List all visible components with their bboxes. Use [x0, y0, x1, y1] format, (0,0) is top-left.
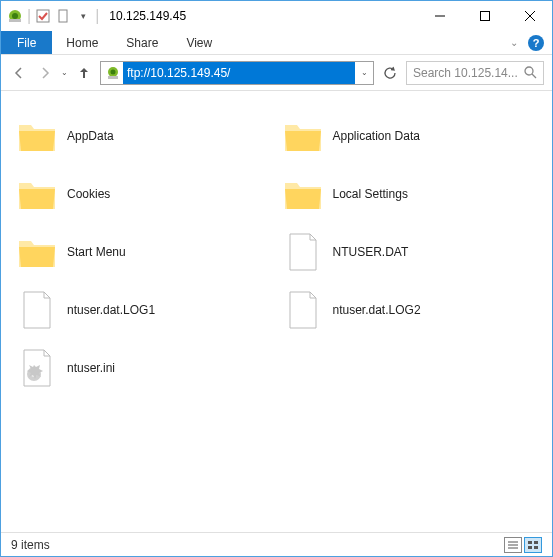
item-label: ntuser.ini — [67, 361, 115, 375]
maximize-button[interactable] — [462, 1, 507, 31]
ftp-site-icon — [103, 63, 123, 83]
file-icon — [17, 290, 57, 330]
statusbar: 9 items — [1, 532, 552, 556]
ini-icon — [17, 348, 57, 388]
qat-divider: | — [95, 7, 99, 25]
svg-rect-4 — [59, 10, 67, 22]
item-label: AppData — [67, 129, 114, 143]
close-button[interactable] — [507, 1, 552, 31]
svg-rect-3 — [37, 10, 49, 22]
svg-rect-20 — [534, 541, 538, 544]
item-label: Cookies — [67, 187, 110, 201]
list-item[interactable]: Application Data — [283, 107, 543, 165]
back-button[interactable] — [9, 63, 29, 83]
tab-file[interactable]: File — [1, 31, 52, 54]
item-label: ntuser.dat.LOG2 — [333, 303, 421, 317]
quick-access-toolbar: | ▾ | 10.125.149.45 — [1, 7, 186, 25]
folder-icon — [283, 116, 323, 156]
list-item[interactable]: ntuser.dat.LOG2 — [283, 281, 543, 339]
list-item[interactable]: Cookies — [17, 165, 277, 223]
app-icon — [7, 8, 23, 24]
item-label: NTUSER.DAT — [333, 245, 409, 259]
tab-share[interactable]: Share — [112, 31, 172, 54]
view-switcher — [504, 537, 542, 553]
file-list[interactable]: AppDataApplication DataCookiesLocal Sett… — [1, 91, 552, 532]
status-count: 9 items — [11, 538, 50, 552]
navbar: ⌄ ftp://10.125.149.45/ ⌄ Search 10.125.1… — [1, 55, 552, 91]
svg-point-10 — [111, 69, 116, 74]
minimize-button[interactable] — [417, 1, 462, 31]
file-icon — [283, 290, 323, 330]
folder-icon — [17, 174, 57, 214]
window-controls — [417, 1, 552, 31]
search-input[interactable]: Search 10.125.14... — [413, 66, 524, 80]
address-dropdown-icon[interactable]: ⌄ — [355, 68, 373, 77]
document-icon[interactable] — [55, 8, 71, 24]
list-item[interactable]: ntuser.dat.LOG1 — [17, 281, 277, 339]
view-icons-button[interactable] — [524, 537, 542, 553]
svg-point-1 — [12, 13, 18, 19]
address-input[interactable]: ftp://10.125.149.45/ — [123, 62, 355, 84]
item-label: ntuser.dat.LOG1 — [67, 303, 155, 317]
search-icon — [524, 66, 537, 79]
ribbon: File Home Share View ⌄ ? — [1, 31, 552, 55]
list-item[interactable]: AppData — [17, 107, 277, 165]
up-button[interactable] — [74, 63, 94, 83]
forward-button[interactable] — [35, 63, 55, 83]
tab-home[interactable]: Home — [52, 31, 112, 54]
item-label: Application Data — [333, 129, 420, 143]
file-icon — [283, 232, 323, 272]
folder-icon — [17, 116, 57, 156]
window-title: 10.125.149.45 — [109, 9, 186, 23]
svg-rect-2 — [9, 19, 21, 22]
folder-icon — [283, 174, 323, 214]
list-item[interactable]: Local Settings — [283, 165, 543, 223]
item-label: Start Menu — [67, 245, 126, 259]
qat-dropdown-icon[interactable]: ▾ — [75, 8, 91, 24]
address-bar[interactable]: ftp://10.125.149.45/ ⌄ — [100, 61, 374, 85]
svg-line-13 — [532, 74, 536, 78]
item-label: Local Settings — [333, 187, 408, 201]
svg-rect-22 — [534, 546, 538, 549]
chevron-down-icon[interactable]: ⌄ — [510, 37, 518, 48]
list-item[interactable]: Start Menu — [17, 223, 277, 281]
qat-divider: | — [27, 7, 31, 25]
list-item[interactable]: ntuser.ini — [17, 339, 277, 397]
ribbon-right: ⌄ ? — [510, 31, 552, 54]
help-icon[interactable]: ? — [528, 35, 544, 51]
folder-icon — [17, 232, 57, 272]
list-item[interactable]: NTUSER.DAT — [283, 223, 543, 281]
history-dropdown-icon[interactable]: ⌄ — [61, 68, 68, 77]
svg-rect-6 — [480, 12, 489, 21]
svg-rect-19 — [528, 541, 532, 544]
tab-view[interactable]: View — [172, 31, 226, 54]
checkbox-icon[interactable] — [35, 8, 51, 24]
svg-rect-11 — [108, 76, 118, 79]
svg-rect-21 — [528, 546, 532, 549]
view-details-button[interactable] — [504, 537, 522, 553]
refresh-button[interactable] — [380, 63, 400, 83]
search-box[interactable]: Search 10.125.14... — [406, 61, 544, 85]
titlebar: | ▾ | 10.125.149.45 — [1, 1, 552, 31]
svg-point-12 — [525, 67, 533, 75]
